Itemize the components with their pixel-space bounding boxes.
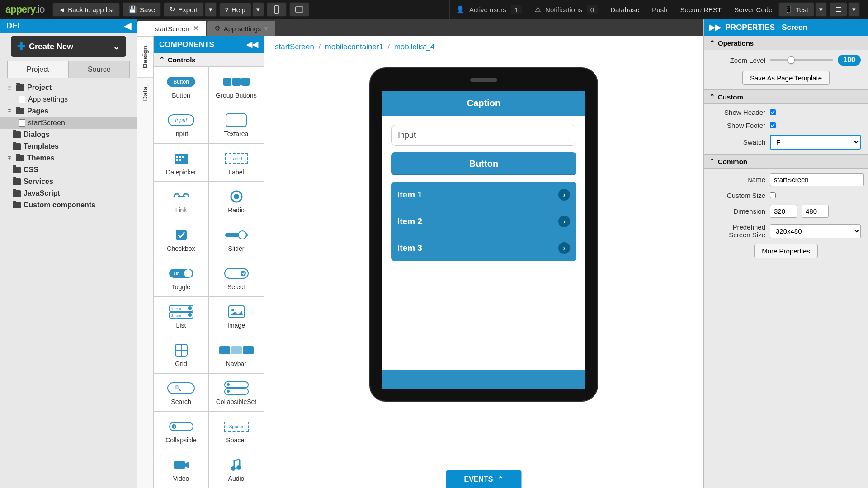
svg-point-38	[236, 465, 241, 470]
screen-caption[interactable]: Caption	[382, 91, 585, 116]
list-item[interactable]: Item 1›	[391, 182, 576, 208]
device-screen[interactable]: Caption Input Button Item 1› Item 2› Ite…	[382, 91, 585, 389]
component-button[interactable]: ButtonButton	[154, 67, 208, 105]
test-caret[interactable]: ▾	[815, 2, 827, 17]
notifications[interactable]: ⚠ Notifications0	[528, 0, 604, 19]
test-button[interactable]: 📱 Test	[778, 2, 814, 17]
close-icon[interactable]: ✕	[193, 24, 199, 33]
device-phone-button[interactable]	[267, 2, 287, 17]
tree-start-screen[interactable]: startScreen	[0, 117, 137, 129]
server-code-link[interactable]: Server Code	[728, 6, 778, 14]
component-toggle[interactable]: OnToggle	[154, 258, 208, 296]
component-textarea[interactable]: TTextarea	[209, 105, 264, 143]
section-custom[interactable]: ⌃ Custom	[704, 89, 868, 104]
tree-project[interactable]: ⊟Project	[0, 82, 137, 94]
component-grid[interactable]: Grid	[154, 335, 208, 373]
save-button[interactable]: 💾 Save	[123, 2, 161, 17]
components-section-controls[interactable]: ⌃ Controls	[154, 53, 264, 67]
zoom-slider[interactable]	[770, 59, 833, 61]
secure-rest-link[interactable]: Secure REST	[674, 6, 728, 14]
list-item[interactable]: Item 3›	[391, 235, 576, 261]
export-button[interactable]: ↻ Export	[164, 2, 203, 17]
help-caret[interactable]: ▾	[252, 2, 264, 17]
component-label[interactable]: LabelLabel	[209, 144, 264, 182]
export-caret[interactable]: ▾	[205, 2, 217, 17]
tree-app-settings[interactable]: App settings	[0, 94, 137, 105]
chevron-right-icon: ›	[558, 242, 570, 254]
component-list[interactable]: 1. Item2. ItemList	[154, 297, 208, 335]
tree-services[interactable]: Services	[0, 176, 137, 188]
save-as-template-button[interactable]: Save As Page Template	[742, 71, 830, 85]
dimension-height-input[interactable]	[802, 205, 829, 218]
component-image[interactable]: Image	[209, 297, 264, 335]
help-button[interactable]: ? Help	[219, 3, 251, 17]
component-checkbox[interactable]: Checkbox	[154, 220, 208, 258]
component-group-buttons[interactable]: Group Buttons	[209, 67, 264, 105]
screen-button[interactable]: Button	[391, 152, 576, 175]
back-button[interactable]: ◄ Back to app list	[52, 3, 120, 17]
active-users[interactable]: 👤 Active users1	[449, 0, 528, 19]
section-common[interactable]: ⌃ Common	[704, 154, 868, 169]
svg-rect-10	[176, 230, 187, 240]
tree-pages[interactable]: ⊟Pages	[0, 105, 137, 117]
device-tablet-button[interactable]	[289, 2, 309, 17]
show-header-checkbox[interactable]	[770, 109, 776, 115]
dimension-width-input[interactable]	[770, 205, 797, 218]
push-link[interactable]: Push	[646, 6, 674, 14]
component-audio[interactable]: Audio	[209, 450, 264, 488]
tree-templates[interactable]: Templates	[0, 141, 137, 152]
component-search[interactable]: 🔍 Search	[154, 374, 208, 412]
tab-project[interactable]: Project	[7, 61, 69, 78]
tab-source[interactable]: Source	[69, 61, 130, 78]
sidetab-design[interactable]: Design	[137, 36, 153, 77]
custom-size-checkbox[interactable]	[770, 192, 776, 198]
component-link[interactable]: Link	[154, 182, 208, 220]
component-collapsibleset[interactable]: CollapsibleSet	[209, 374, 264, 412]
database-link[interactable]: Database	[604, 6, 646, 14]
menu-caret[interactable]: ▾	[848, 2, 860, 17]
section-operations[interactable]: ⌃ Operations	[704, 36, 868, 50]
component-collapsible[interactable]: +Collapsible	[154, 412, 208, 450]
component-input[interactable]: InputInput	[154, 105, 208, 143]
tree-javascript[interactable]: JavaScript	[0, 188, 137, 199]
more-properties-button[interactable]: More Properties	[754, 244, 818, 258]
screen-list[interactable]: Item 1› Item 2› Item 3›	[391, 182, 576, 261]
chevron-right-icon: ›	[558, 216, 570, 227]
tab-start-screen[interactable]: startScreen✕	[137, 21, 206, 36]
collapse-icon[interactable]: ◀◀	[246, 40, 258, 49]
name-input[interactable]	[770, 173, 864, 186]
sidetab-data[interactable]: Data	[137, 77, 153, 110]
predefined-size-select[interactable]: 320x480	[770, 224, 861, 238]
tree-custom-components[interactable]: Custom components	[0, 199, 137, 211]
expand-icon[interactable]: ▶▶	[709, 23, 721, 32]
tree-themes[interactable]: ⊞Themes	[0, 152, 137, 164]
component-video[interactable]: Video	[154, 450, 208, 488]
events-bar[interactable]: EVENTS⌃	[446, 470, 521, 488]
menu-button[interactable]: ☰	[830, 2, 847, 17]
svg-point-22	[188, 306, 192, 310]
component-spacer[interactable]: SpacerSpacer	[209, 412, 264, 450]
left-sidebar: DEL ◀ ✚ Create New ⌄ Project Source ⊟Pro…	[0, 19, 137, 488]
list-item[interactable]: Item 2›	[391, 208, 576, 235]
close-icon[interactable]: ▾	[264, 24, 268, 33]
create-new-button[interactable]: ✚ Create New ⌄	[11, 36, 126, 57]
tree-css[interactable]: CSS	[0, 164, 137, 176]
show-footer-checkbox[interactable]	[770, 122, 776, 128]
expand-up-icon: ⌃	[498, 475, 504, 483]
breadcrumb-mobilelist[interactable]: mobilelist_4	[394, 42, 435, 51]
breadcrumb-mobilecontainer[interactable]: mobilecontainer1	[325, 42, 383, 51]
breadcrumb-start-screen[interactable]: startScreen	[275, 42, 314, 51]
tree-dialogs[interactable]: Dialogs	[0, 129, 137, 141]
screen-footer[interactable]	[382, 370, 585, 389]
component-slider[interactable]: Slider	[209, 220, 264, 258]
component-radio[interactable]: Radio	[209, 182, 264, 220]
collapse-left-icon[interactable]: ◀	[124, 20, 131, 31]
swatch-select[interactable]: F	[770, 135, 861, 150]
tab-app-settings[interactable]: ⚙App settings▾	[207, 21, 276, 36]
toggle-icon: On	[169, 268, 193, 279]
component-select[interactable]: Select	[209, 258, 264, 296]
screen-input[interactable]: Input	[391, 125, 576, 146]
svg-rect-0	[274, 6, 278, 14]
component-datepicker[interactable]: Datepicker	[154, 144, 208, 182]
component-navbar[interactable]: Navbar	[209, 335, 264, 373]
